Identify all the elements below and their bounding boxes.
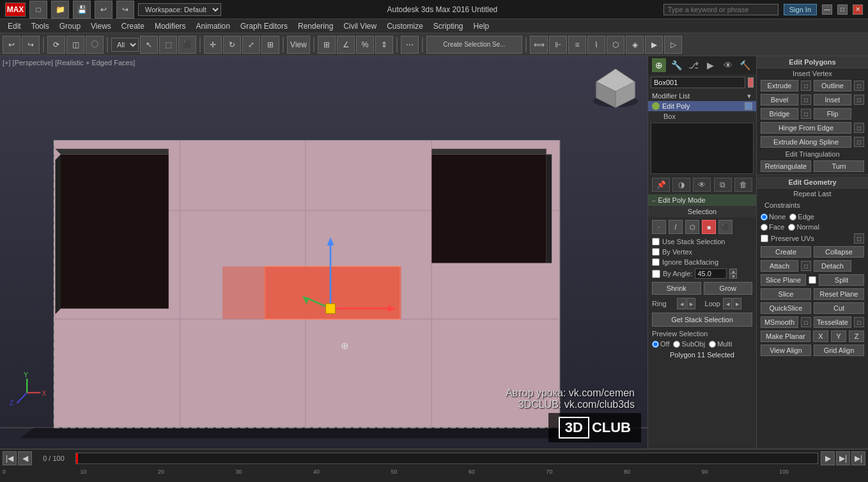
toolbar-redo[interactable]: ↪ (22, 36, 40, 54)
angle-down[interactable]: ▼ (729, 274, 737, 279)
retriangulate-btn[interactable]: Retriangulate (761, 160, 811, 172)
menu-modifiers[interactable]: Modifiers (150, 20, 191, 32)
y-axis-btn[interactable]: Y (831, 330, 846, 342)
select-btn[interactable]: ↖ (140, 36, 158, 54)
angle-up[interactable]: ▲ (729, 268, 737, 274)
menu-civil-view[interactable]: Civil View (338, 20, 382, 32)
by-angle-check[interactable] (652, 270, 660, 278)
search-input[interactable] (663, 4, 779, 15)
curve-editor-btn[interactable]: ⌇ (587, 36, 605, 54)
reset-plane-btn[interactable]: Reset Plane (814, 288, 864, 300)
lasso-btn[interactable]: 〇 (86, 36, 104, 54)
preview-multi-radio[interactable] (709, 341, 716, 348)
edge-sel-btn[interactable]: / (669, 220, 683, 234)
percent-snap-btn[interactable]: % (356, 36, 374, 54)
minimize-button[interactable]: — (822, 4, 832, 15)
rotate-btn[interactable]: ↻ (223, 36, 241, 54)
menu-tools[interactable]: Tools (26, 20, 54, 32)
get-stack-selection-btn[interactable]: Get Stack Selection (652, 313, 752, 327)
view-gizmo[interactable] (590, 63, 641, 114)
redo-btn[interactable]: ↪ (116, 1, 134, 19)
bridge-btn[interactable]: Bridge (761, 108, 798, 120)
tessellate-btn[interactable]: Tessellate (814, 316, 851, 328)
make-unique-btn[interactable]: ⧉ (714, 178, 732, 192)
close-button[interactable]: ✕ (853, 4, 863, 15)
angle-input[interactable] (695, 268, 727, 279)
prev-frame-btn[interactable]: ◀ (18, 451, 32, 465)
play-btn[interactable]: ▶ (821, 451, 835, 465)
menu-scripting[interactable]: Scripting (428, 20, 469, 32)
render-btn[interactable]: ▶ (645, 36, 663, 54)
constraint-face-label[interactable]: Face (761, 223, 784, 231)
constraint-none-radio[interactable] (761, 214, 768, 221)
undo-btn[interactable]: ↩ (95, 1, 112, 19)
flip-btn[interactable]: Flip (814, 108, 851, 120)
ignore-backfacing-check[interactable] (652, 258, 660, 266)
maximize-button[interactable]: □ (837, 4, 848, 15)
save-btn[interactable]: 💾 (73, 1, 91, 19)
angle-snap-btn[interactable]: ∠ (337, 36, 355, 54)
outline-btn[interactable]: Outline (814, 80, 851, 91)
vertex-sel-btn[interactable]: · (652, 220, 666, 234)
x-axis-btn[interactable]: X (813, 330, 828, 342)
quickslice-btn[interactable]: QuickSlice (761, 302, 811, 314)
select-object-btn[interactable]: ⟳ (47, 36, 65, 54)
outline-settings-btn[interactable]: □ (854, 81, 864, 91)
preview-off-label[interactable]: Off (652, 340, 669, 348)
extrude-btn[interactable]: Extrude (761, 80, 798, 91)
remove-modifier-btn[interactable]: 🗑 (734, 178, 752, 192)
collapse-btn[interactable]: Collapse (814, 246, 864, 258)
last-frame-btn[interactable]: ▶| (851, 451, 865, 465)
object-color-swatch[interactable] (748, 77, 754, 88)
show-result-btn[interactable]: 👁 (693, 178, 711, 192)
element-sel-btn[interactable]: ⬛ (718, 220, 732, 234)
menu-graph-editors[interactable]: Graph Editors (235, 20, 293, 32)
slice-btn[interactable]: Slice (761, 288, 811, 300)
turn-btn[interactable]: Turn (814, 160, 864, 172)
constraint-edge-radio[interactable] (789, 214, 796, 221)
move-btn[interactable]: ✛ (204, 36, 222, 54)
select-region2-btn[interactable]: ⬚ (159, 36, 177, 54)
preserve-uvs-settings-btn[interactable]: □ (854, 233, 864, 244)
bridge-settings-btn[interactable]: □ (801, 109, 811, 119)
shrink-btn[interactable]: Shrink (652, 282, 701, 295)
constraint-normal-radio[interactable] (788, 224, 795, 231)
loop-up-btn[interactable]: ▶ (732, 298, 741, 309)
material-btn[interactable]: ◈ (626, 36, 644, 54)
modifier-box-item[interactable]: Box (648, 111, 756, 121)
modifier-list-arrow[interactable]: ▼ (746, 93, 752, 100)
toolbar-undo[interactable]: ↩ (3, 36, 20, 54)
tab-create[interactable]: ⊕ (652, 58, 666, 72)
named-sel-btn[interactable]: ⋯ (401, 36, 419, 54)
make-planar-btn[interactable]: Make Planar (761, 330, 810, 342)
spinner-snap-btn[interactable]: ⇕ (375, 36, 393, 54)
modifier-edit-poly[interactable]: Edit Poly (648, 101, 756, 111)
pin-stack-btn[interactable]: 📌 (652, 178, 670, 192)
angle-spinner[interactable]: ▲ ▼ (729, 268, 737, 279)
menu-group[interactable]: Group (54, 20, 86, 32)
loop-down-btn[interactable]: ◀ (723, 298, 732, 309)
tab-motion[interactable]: ▶ (704, 58, 718, 72)
view-cube-btn[interactable]: View (287, 36, 310, 54)
split-btn[interactable]: Split (819, 274, 864, 286)
by-vertex-check[interactable] (652, 248, 660, 256)
schematic-btn[interactable]: ⬡ (607, 36, 624, 54)
snap-toggle[interactable]: ⊞ (318, 36, 336, 54)
select-region-btn[interactable]: ◫ (66, 36, 84, 54)
quick-render-btn[interactable]: ▷ (664, 36, 682, 54)
new-btn[interactable]: □ (29, 1, 47, 19)
preserve-uvs-check[interactable] (761, 235, 768, 242)
bevel-settings-btn[interactable]: □ (801, 95, 811, 105)
preview-subobj-radio[interactable] (673, 341, 680, 348)
edit-poly-mode-header[interactable]: – Edit Poly Mode (648, 194, 756, 206)
view-align-btn[interactable]: View Align (761, 345, 811, 356)
menu-create[interactable]: Create (116, 20, 150, 32)
extrude-spline-settings-btn[interactable]: □ (854, 137, 864, 147)
filter-dropdown[interactable]: All (111, 38, 139, 52)
tab-hierarchy[interactable]: ⎇ (686, 58, 701, 72)
create-btn[interactable]: Create (761, 246, 811, 258)
attach-btn[interactable]: Attach (761, 260, 798, 272)
timeline-bar[interactable] (75, 453, 818, 464)
window-crossing-btn[interactable]: ⬛ (178, 36, 196, 54)
tab-utilities[interactable]: 🔨 (738, 58, 752, 72)
